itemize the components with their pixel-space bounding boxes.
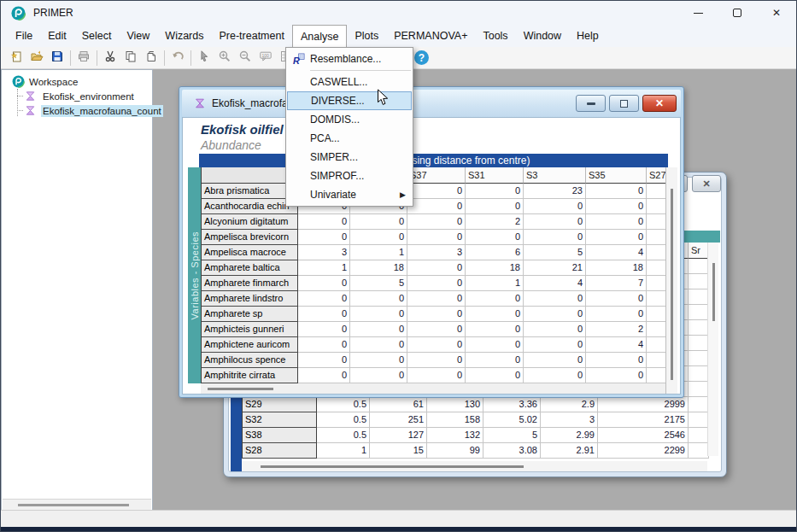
value-cell[interactable]: 18 [350, 260, 407, 276]
value-cell[interactable]: 5 [350, 276, 407, 291]
species-cell[interactable]: Ampharete lindstro [201, 291, 298, 307]
value-cell[interactable]: 2.99 [541, 428, 598, 443]
value-cell[interactable]: 2 [466, 214, 524, 230]
value-cell[interactable]: 0 [350, 337, 407, 353]
pointer-button[interactable] [194, 49, 214, 67]
paste-button[interactable] [141, 49, 161, 67]
value-cell[interactable]: 0 [524, 307, 586, 322]
zoom-out-button[interactable] [235, 49, 255, 67]
value-cell[interactable]: 2.9 [541, 397, 598, 412]
value-cell[interactable]: 0 [298, 291, 350, 307]
menu-item-caswell[interactable]: CASWELL... [287, 73, 412, 91]
value-cell[interactable]: 0 [524, 322, 586, 337]
label-button[interactable]: 100 [255, 49, 276, 67]
species-cell[interactable]: Alcyonium digitatum [201, 214, 298, 230]
value-cell[interactable]: 0 [466, 199, 524, 214]
value-cell[interactable]: 18 [586, 260, 647, 276]
value-cell[interactable]: 0 [586, 230, 647, 245]
species-cell[interactable]: Amphictene auricom [201, 337, 298, 353]
value-cell[interactable]: 0 [466, 184, 524, 199]
menu-item-domdis[interactable]: DOMDIS... [287, 110, 412, 129]
column-header-s3[interactable]: S3 [524, 167, 586, 184]
value-cell[interactable] [689, 397, 709, 412]
value-cell[interactable]: 3 [541, 412, 598, 428]
abundance-horizontal-scrollbar[interactable] [201, 383, 668, 395]
value-cell[interactable]: 0 [350, 307, 407, 322]
value-cell[interactable] [689, 259, 709, 274]
menu-permanova[interactable]: PERMANOVA+ [386, 25, 475, 47]
value-cell[interactable] [689, 289, 709, 305]
species-cell[interactable]: Ampharete finmarch [201, 276, 298, 291]
scrollbar-thumb[interactable] [671, 189, 673, 380]
species-cell[interactable]: Amphilocus spence [201, 353, 298, 368]
scrollbar-thumb[interactable] [18, 504, 129, 506]
sample-cell[interactable]: S29 [242, 397, 317, 412]
value-cell[interactable]: 0 [407, 307, 466, 322]
value-cell[interactable]: 99 [427, 443, 483, 459]
value-cell[interactable] [689, 366, 709, 382]
value-cell[interactable]: 251 [370, 412, 427, 428]
value-cell[interactable] [689, 320, 709, 336]
value-cell[interactable]: 0 [466, 230, 524, 245]
value-cell[interactable]: 2.91 [541, 443, 598, 459]
species-cell[interactable]: Ampelisca macroce [201, 245, 298, 260]
column-header-s31[interactable]: S31 [466, 167, 524, 184]
value-cell[interactable]: 0 [407, 260, 466, 276]
zoom-in-button[interactable] [214, 49, 235, 67]
environment-close-button[interactable]: ✕ [692, 175, 721, 192]
open-button[interactable] [26, 49, 47, 67]
menu-item-simprof[interactable]: SIMPROF... [287, 167, 412, 185]
menu-wizards[interactable]: Wizards [157, 25, 211, 47]
value-cell[interactable]: 5 [483, 428, 541, 443]
value-cell[interactable]: 0 [298, 368, 350, 383]
value-cell[interactable]: 0 [298, 322, 350, 337]
value-cell[interactable]: 0 [466, 353, 524, 368]
value-cell[interactable]: 0 [586, 184, 647, 199]
value-cell[interactable] [689, 382, 709, 397]
menu-item-pca[interactable]: PCA... [287, 129, 412, 148]
menu-view[interactable]: View [119, 25, 157, 47]
value-cell[interactable]: 0 [524, 368, 586, 383]
value-cell[interactable]: 127 [370, 428, 427, 443]
sample-cell[interactable]: S38 [242, 428, 317, 443]
species-cell[interactable]: Acanthocardia echin [201, 199, 298, 214]
menu-item-resemblance[interactable]: RResemblance... [287, 50, 412, 68]
species-cell[interactable]: Ampharete baltica [201, 260, 298, 276]
value-cell[interactable]: 1 [317, 443, 370, 459]
value-cell[interactable]: 23 [524, 184, 586, 199]
value-cell[interactable]: 0 [350, 291, 407, 307]
species-column-header[interactable] [201, 167, 298, 184]
column-header-s37[interactable]: S37 [407, 167, 466, 184]
value-cell[interactable]: 0.5 [317, 412, 370, 428]
menu-analyse[interactable]: Analyse [292, 25, 347, 47]
species-cell[interactable]: Abra prismatica [201, 184, 298, 199]
species-cell[interactable]: Ampharete sp [201, 307, 298, 322]
value-cell[interactable] [689, 443, 709, 459]
value-cell[interactable]: 0 [466, 337, 524, 353]
species-cell[interactable]: Amphicteis gunneri [201, 322, 298, 337]
value-cell[interactable]: 0 [407, 337, 466, 353]
scrollbar-thumb[interactable] [208, 388, 273, 390]
abundance-window-titlebar[interactable]: Ekofisk_macrofau ✕ [182, 90, 681, 117]
value-cell[interactable]: 0 [407, 276, 466, 291]
value-cell[interactable]: 0 [586, 291, 647, 307]
value-cell[interactable]: 0 [298, 276, 350, 291]
value-cell[interactable]: 2299 [598, 443, 689, 459]
value-cell[interactable]: 0.5 [317, 397, 370, 412]
value-cell[interactable]: 0 [407, 199, 466, 214]
tree-item-ekofisk-environment[interactable]: Ekofisk_environment [2, 89, 152, 103]
menu-edit[interactable]: Edit [40, 25, 74, 47]
species-cell[interactable]: Ampelisca brevicorn [201, 230, 298, 245]
menu-window[interactable]: Window [516, 25, 569, 47]
value-cell[interactable]: 1 [298, 260, 350, 276]
value-cell[interactable]: 0 [524, 230, 586, 245]
value-cell[interactable]: 15 [370, 443, 427, 459]
value-cell[interactable]: 0 [586, 353, 647, 368]
help-button[interactable]: ? [414, 50, 429, 65]
value-cell[interactable]: 0 [466, 368, 524, 383]
value-cell[interactable]: 0 [524, 337, 586, 353]
menu-item-diverse[interactable]: DIVERSE... [287, 91, 412, 110]
new-workspace-button[interactable] [6, 49, 26, 67]
value-cell[interactable]: 2175 [598, 412, 689, 428]
value-cell[interactable]: 0 [298, 337, 350, 353]
